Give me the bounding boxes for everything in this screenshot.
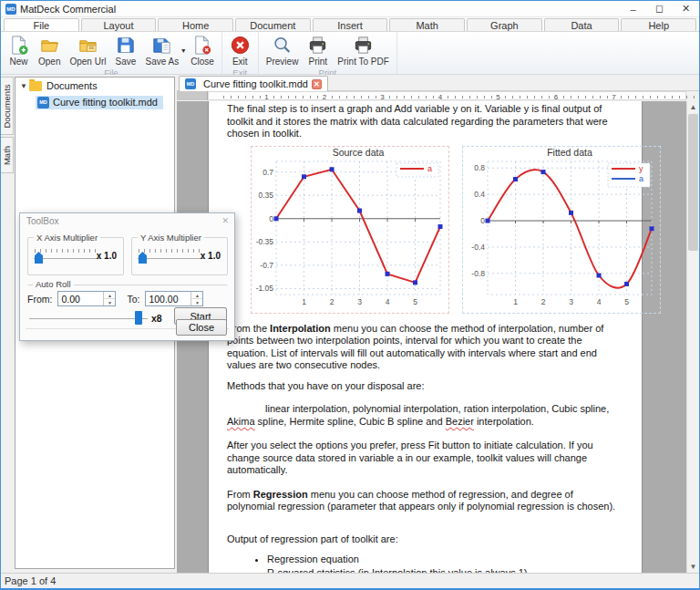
save-as-button[interactable]: Save As (140, 34, 183, 67)
ruler-tick (303, 96, 304, 98)
save-button[interactable]: Save (110, 34, 140, 67)
ruler-tick (527, 96, 528, 98)
y-axis-multiplier-label: Y Axis Multiplier (138, 233, 204, 243)
ribbon-group-exit: ExitExit (222, 32, 259, 74)
svg-text:1: 1 (513, 297, 518, 306)
ribbon-tab-layout[interactable]: Layout (81, 18, 157, 31)
spin-down-icon[interactable]: ▼ (191, 299, 202, 305)
scrollbar-thumb[interactable] (688, 114, 698, 251)
y-multiplier-value: x 1.0 (201, 251, 221, 261)
status-bar: Page 1 of 4 (1, 573, 699, 588)
svg-text:-1.05: -1.05 (256, 284, 274, 293)
y-multiplier-slider-handle[interactable] (139, 252, 147, 264)
svg-text:a: a (427, 164, 432, 173)
close-button[interactable]: Close (186, 34, 219, 67)
new-document-icon (8, 35, 29, 56)
ruler-tick (245, 96, 246, 98)
ruler-strip: 1234567 (208, 91, 686, 100)
print-to-pdf-button[interactable]: Print To PDF (333, 34, 394, 67)
svg-text:Source data: Source data (333, 148, 385, 158)
close-button[interactable]: ✕ (673, 1, 699, 16)
ribbon-group-file: NewOpenOpen UrlSaveSave As▾CloseFile (1, 32, 222, 74)
svg-text:-0.4: -0.4 (471, 242, 485, 251)
preview-label: Preview (266, 57, 299, 67)
new-button[interactable]: New (4, 34, 34, 67)
paragraph: linear interpolation, polynomial interpo… (227, 403, 622, 428)
slider-track[interactable] (138, 258, 205, 259)
side-tab-documents[interactable]: Documents (1, 77, 14, 135)
ruler-tick (592, 96, 593, 98)
svg-text:-0.8: -0.8 (471, 268, 485, 277)
ruler-tick (650, 96, 651, 98)
ribbon-tab-graph[interactable]: Graph (467, 18, 542, 31)
ruler-tick (418, 96, 419, 98)
speed-slider-handle[interactable] (135, 311, 142, 325)
open-label: Open (38, 57, 60, 67)
to-input[interactable] (146, 292, 190, 305)
ribbon-tab-home[interactable]: Home (158, 18, 233, 31)
close-document-icon (191, 35, 212, 56)
spin-up-icon[interactable]: ▲ (191, 292, 202, 299)
ribbon-tab-document[interactable]: Document (235, 18, 311, 31)
toolbox-close-icon[interactable]: ✕ (221, 216, 229, 225)
ruler-tick (621, 96, 622, 98)
print-button[interactable]: Print (303, 34, 333, 67)
ruler-tick (477, 96, 478, 98)
tree-item-row[interactable]: MD Curve fitting toolkit.mdd (15, 94, 174, 110)
ruler-tick (317, 96, 318, 98)
x-multiplier-slider-handle[interactable] (35, 252, 43, 264)
svg-text:3: 3 (357, 297, 362, 306)
app-window: MD MatDeck Commercial – ◻ ✕ FileLayoutHo… (0, 0, 700, 590)
ruler-tick (281, 96, 282, 98)
from-input[interactable] (58, 292, 103, 305)
text-segment: Interpolation (270, 323, 331, 334)
ribbon-tab-data[interactable]: Data (544, 18, 620, 31)
document-area: MD Curve fitting toolkit.mdd ✕ 1234567 T… (177, 75, 699, 573)
spin-down-icon[interactable]: ▼ (104, 299, 115, 305)
open-url-button[interactable]: Open Url (65, 34, 110, 67)
tree-root-row[interactable]: ▼ Documents (15, 78, 174, 94)
tab-close-icon[interactable]: ✕ (312, 79, 322, 89)
ruler-tick (585, 96, 586, 98)
side-tab-label: Documents (2, 84, 12, 128)
svg-text:5: 5 (624, 297, 629, 306)
tree-item-selected[interactable]: MD Curve fitting toolkit.mdd (36, 96, 163, 109)
document-tab[interactable]: MD Curve fitting toolkit.mdd ✕ (179, 76, 328, 91)
chevron-down-icon[interactable]: ▼ (20, 82, 29, 90)
exit-button[interactable]: Exit (225, 34, 255, 67)
ruler-tick (520, 96, 520, 98)
vertical-scrollbar[interactable]: ▲ ▼ (686, 101, 699, 573)
chart-source-data[interactable]: 0.70.350-0.35-0.7-1.0512345Source dataa (251, 146, 449, 314)
scroll-down-icon[interactable]: ▼ (687, 561, 699, 573)
window-controls: – ◻ ✕ (620, 1, 699, 16)
side-tab-strip: DocumentsMath (1, 75, 15, 573)
side-tab-math[interactable]: Math (1, 137, 14, 173)
ribbon-tab-file[interactable]: File (4, 18, 79, 31)
x-axis-multiplier-group: X Axis Multiplier x 1.0 (27, 237, 124, 275)
minimize-button[interactable]: – (620, 1, 646, 16)
page-viewport: The final step is to insert a graph and … (177, 101, 686, 573)
ribbon-tab-math[interactable]: Math (389, 18, 465, 31)
open-button[interactable]: Open (34, 34, 65, 67)
scroll-up-icon[interactable]: ▲ (687, 101, 699, 113)
tree-root-label: Documents (46, 80, 98, 91)
ruler-tick (295, 96, 296, 98)
speed-slider-track[interactable] (29, 318, 148, 319)
chart-fitted-data[interactable]: 0.80.40-0.4-0.812345Fitted dataya (462, 146, 661, 314)
preview-button[interactable]: Preview (262, 34, 304, 67)
spin-up-icon[interactable]: ▲ (104, 292, 115, 299)
document-tab-bar: MD Curve fitting toolkit.mdd ✕ (177, 75, 699, 91)
ribbon-tab-insert[interactable]: Insert (313, 18, 388, 31)
ruler-tick (238, 96, 239, 98)
ruler-tick (505, 96, 506, 98)
ruler-tick (339, 96, 340, 98)
toolbox-title[interactable]: ToolBox (20, 213, 234, 229)
ribbon-tab-help[interactable]: Help (621, 18, 696, 31)
ruler-tick (223, 96, 224, 98)
ruler-tick (231, 96, 232, 98)
dropdown-caret-icon[interactable]: ▾ (181, 47, 185, 55)
text-segment: interpolation. (474, 416, 534, 427)
maximize-button[interactable]: ◻ (646, 1, 673, 16)
slider-track[interactable] (34, 258, 101, 259)
toolbox-close-button[interactable]: Close (176, 319, 227, 336)
